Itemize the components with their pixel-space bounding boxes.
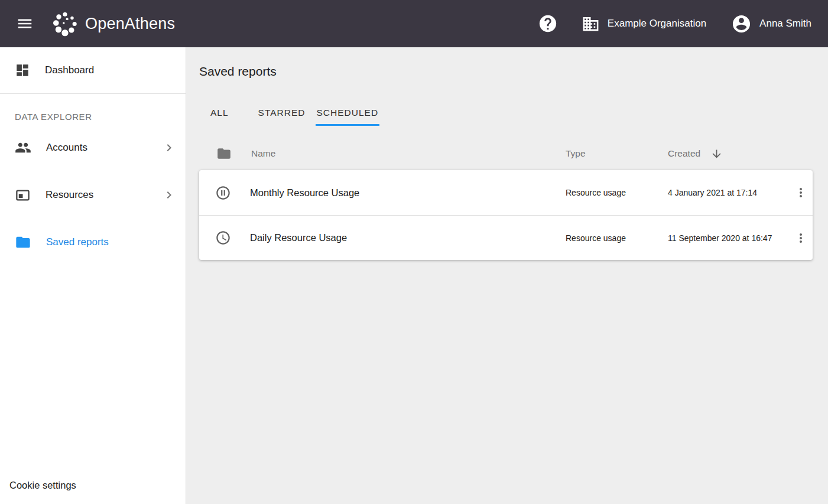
report-created: 4 January 2021 at 17:14 xyxy=(668,188,789,197)
menu-icon[interactable] xyxy=(15,14,34,33)
pause-circle-icon xyxy=(199,185,250,201)
sidebar-item-label: Dashboard xyxy=(45,64,94,76)
report-type: Resource usage xyxy=(566,233,668,243)
organisation-name: Example Organisation xyxy=(608,18,706,30)
page-title: Saved reports xyxy=(199,64,813,79)
help-icon[interactable] xyxy=(538,14,558,34)
column-header-name[interactable]: Name xyxy=(251,148,566,159)
resources-icon xyxy=(15,187,31,203)
chevron-right-icon xyxy=(162,188,176,202)
sidebar-section-label: DATA EXPLORER xyxy=(0,94,186,124)
page-layout: Dashboard DATA EXPLORER Accounts Resourc… xyxy=(0,47,828,504)
brand-name: OpenAthens xyxy=(85,15,175,33)
user-menu[interactable]: Anna Smith xyxy=(731,14,811,34)
sidebar: Dashboard DATA EXPLORER Accounts Resourc… xyxy=(0,47,186,504)
topbar-right: Example Organisation Anna Smith xyxy=(538,14,811,34)
sidebar-item-dashboard[interactable]: Dashboard xyxy=(0,47,186,94)
avatar-icon xyxy=(731,14,752,34)
sidebar-item-label: Saved reports xyxy=(46,236,109,248)
clock-icon xyxy=(199,230,250,246)
column-header-type[interactable]: Type xyxy=(566,148,668,159)
dashboard-icon xyxy=(15,63,30,78)
cookie-settings-link[interactable]: Cookie settings xyxy=(9,480,76,491)
sidebar-item-resources[interactable]: Resources xyxy=(0,171,186,219)
brand-logo: OpenAthens xyxy=(52,10,175,37)
tab-scheduled[interactable]: SCHEDULED xyxy=(316,103,380,126)
report-type: Resource usage xyxy=(566,188,668,197)
openathens-logo-icon xyxy=(52,10,79,37)
user-name: Anna Smith xyxy=(759,18,811,30)
main-content: Saved reports ALL STARRED SCHEDULED Name… xyxy=(186,47,828,504)
sort-descending-icon xyxy=(710,148,723,160)
table-header: Name Type Created xyxy=(199,142,813,165)
folder-icon xyxy=(200,146,251,161)
folder-icon xyxy=(15,234,31,251)
more-vert-icon xyxy=(794,231,808,245)
chevron-right-icon xyxy=(162,141,176,155)
tab-all[interactable]: ALL xyxy=(209,103,230,126)
top-app-bar: OpenAthens Example Organisation Anna Smi… xyxy=(0,0,828,47)
report-name: Monthly Resource Usage xyxy=(250,187,566,199)
row-menu-button[interactable] xyxy=(792,229,810,247)
building-icon xyxy=(582,15,600,33)
report-created: 11 September 2020 at 16:47 xyxy=(668,233,789,243)
people-icon xyxy=(15,139,31,156)
row-menu-button[interactable] xyxy=(792,184,810,201)
sidebar-item-label: Accounts xyxy=(46,142,87,154)
sidebar-item-saved-reports[interactable]: Saved reports xyxy=(0,219,186,266)
sidebar-item-label: Resources xyxy=(46,189,93,201)
sidebar-item-accounts[interactable]: Accounts xyxy=(0,124,186,171)
table-row[interactable]: Monthly Resource Usage Resource usage 4 … xyxy=(199,170,813,215)
report-name: Daily Resource Usage xyxy=(250,232,566,243)
more-vert-icon xyxy=(794,186,808,200)
tab-bar: ALL STARRED SCHEDULED xyxy=(209,103,813,126)
saved-reports-list: Monthly Resource Usage Resource usage 4 … xyxy=(199,170,813,260)
organisation-selector[interactable]: Example Organisation xyxy=(582,15,706,33)
table-row[interactable]: Daily Resource Usage Resource usage 11 S… xyxy=(199,215,813,260)
column-header-created[interactable]: Created xyxy=(668,148,789,160)
tab-starred[interactable]: STARRED xyxy=(257,103,307,126)
